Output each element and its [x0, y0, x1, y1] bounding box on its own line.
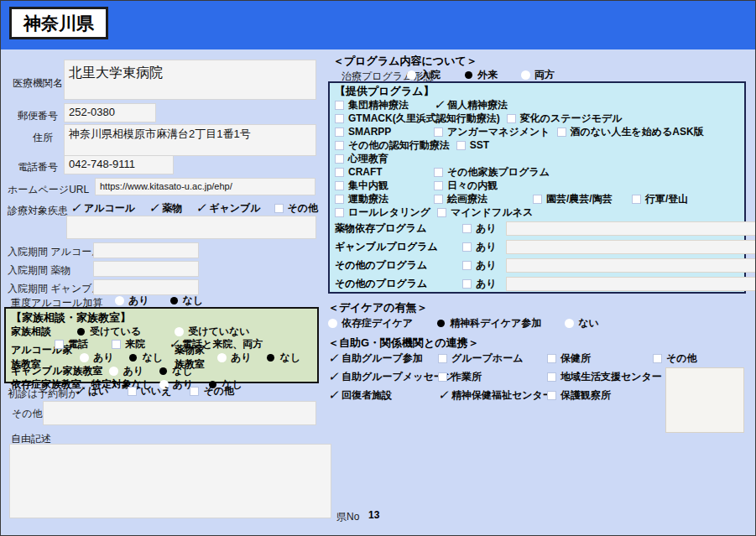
stay-alcohol-field[interactable]: [93, 242, 199, 258]
cooperation-checkbox[interactable]: その他: [653, 351, 748, 366]
checkbox-icon[interactable]: [190, 387, 199, 396]
cooperation-checkbox[interactable]: 地域生活支援センター: [547, 370, 653, 384]
radio-option[interactable]: なし: [159, 364, 193, 378]
checkbox-icon[interactable]: [335, 154, 344, 164]
checkbox-icon[interactable]: [328, 354, 337, 363]
cooperation-other-field[interactable]: [665, 367, 744, 433]
radio-option[interactable]: なし: [128, 351, 163, 365]
checkbox-icon[interactable]: [328, 372, 337, 382]
checkbox-icon[interactable]: [75, 387, 84, 396]
checkbox-icon[interactable]: [335, 127, 344, 137]
checkbox-icon[interactable]: [335, 168, 344, 177]
radio-option[interactable]: あり: [115, 294, 149, 308]
program-checkbox[interactable]: 絵画療法: [434, 192, 526, 206]
checkbox-icon[interactable]: [438, 391, 447, 400]
disease-checkbox[interactable]: その他: [274, 201, 319, 216]
checkbox-icon[interactable]: [462, 279, 472, 289]
cooperation-checkbox[interactable]: 自助グループ参加: [328, 351, 438, 366]
program-checkbox[interactable]: CRAFT: [335, 166, 427, 178]
checkbox-icon[interactable]: [438, 372, 447, 382]
cooperation-checkbox[interactable]: 自助グループメッセージ: [328, 370, 438, 384]
radio-option[interactable]: 入院: [407, 68, 441, 82]
radio-icon[interactable]: [465, 71, 472, 79]
ari-checkbox[interactable]: あり: [462, 221, 506, 236]
program-checkbox[interactable]: 行軍/登山: [632, 192, 724, 206]
radio-option[interactable]: 両方: [521, 68, 555, 82]
program-checkbox[interactable]: GTMACK(久里浜式認知行動療法): [335, 112, 500, 126]
checkbox-icon[interactable]: [70, 204, 80, 213]
radio-option[interactable]: あり: [109, 364, 143, 378]
radio-option[interactable]: なし: [266, 351, 300, 365]
program-checkbox[interactable]: 集団精神療法: [335, 98, 427, 112]
checkbox-icon[interactable]: [434, 181, 443, 190]
checkbox-icon[interactable]: [434, 127, 443, 137]
radio-icon[interactable]: [159, 367, 167, 374]
radio-option[interactable]: あり: [80, 351, 114, 365]
radio-icon[interactable]: [328, 319, 337, 328]
checkbox-icon[interactable]: [462, 261, 472, 270]
checkbox-icon[interactable]: [438, 354, 447, 363]
program-checkbox[interactable]: 個人精神療法: [434, 98, 526, 112]
checkbox-icon[interactable]: [196, 204, 205, 213]
cooperation-checkbox[interactable]: 回復者施設: [328, 388, 438, 403]
postal-field[interactable]: 252-0380: [64, 103, 156, 122]
checkbox-icon[interactable]: [328, 391, 337, 400]
program-checkbox[interactable]: SMARPP: [335, 126, 427, 138]
ari-checkbox[interactable]: あり: [462, 277, 506, 291]
cooperation-checkbox[interactable]: グループホーム: [438, 351, 547, 366]
program-checkbox[interactable]: その他の認知行動療法: [335, 138, 450, 153]
checkbox-icon[interactable]: [547, 354, 556, 363]
checkbox-icon[interactable]: [632, 195, 641, 204]
institution-field[interactable]: 北里大学東病院: [64, 60, 316, 100]
checkbox-icon[interactable]: [149, 204, 158, 213]
checkbox-icon[interactable]: [653, 354, 662, 363]
first-visit-checkbox[interactable]: いいえ: [128, 384, 172, 398]
cooperation-checkbox[interactable]: 作業所: [438, 370, 547, 384]
first-visit-checkbox[interactable]: はい: [75, 384, 109, 398]
checkbox-icon[interactable]: [335, 101, 344, 110]
disease-checkbox[interactable]: 薬物: [149, 201, 182, 216]
program-checkbox[interactable]: アンガーマネジメント: [434, 125, 550, 139]
checkbox-icon[interactable]: [462, 224, 472, 233]
checkbox-icon[interactable]: [274, 204, 284, 213]
radio-icon[interactable]: [267, 353, 274, 361]
checkbox-icon[interactable]: [462, 242, 472, 252]
checkbox-icon[interactable]: [335, 181, 344, 190]
disease-checkbox[interactable]: アルコール: [70, 201, 135, 216]
stay-drug-field[interactable]: [93, 261, 199, 277]
checkbox-icon[interactable]: [335, 141, 344, 150]
program-checkbox[interactable]: SST: [456, 139, 549, 151]
program-checkbox[interactable]: 酒のない人生を始めるASK版: [557, 125, 704, 139]
program-checkbox[interactable]: その他家族プログラム: [434, 165, 550, 180]
checkbox-icon[interactable]: [169, 340, 178, 349]
checkbox-icon[interactable]: [437, 208, 446, 217]
program-checkbox[interactable]: 日々の内観: [434, 179, 526, 193]
cooperation-checkbox[interactable]: 保護観察所: [547, 388, 653, 403]
address-field[interactable]: 神奈川県相模原市麻溝台2丁目1番1号: [64, 124, 316, 156]
radio-icon[interactable]: [407, 70, 416, 80]
cooperation-checkbox[interactable]: 精神保健福祉センター: [438, 388, 547, 403]
free-text-field[interactable]: [9, 444, 331, 518]
checkbox-icon[interactable]: [557, 127, 566, 137]
radio-option[interactable]: なし: [169, 294, 204, 308]
radio-icon[interactable]: [115, 296, 124, 305]
checkbox-icon[interactable]: [128, 387, 137, 396]
radio-option[interactable]: 依存症デイケア: [328, 316, 413, 330]
checkbox-icon[interactable]: [335, 195, 344, 204]
radio-icon[interactable]: [170, 297, 178, 304]
checkbox-icon[interactable]: [434, 168, 443, 177]
first-visit-checkbox[interactable]: その他: [190, 384, 234, 398]
program-checkbox[interactable]: 心理教育: [335, 152, 427, 166]
radio-option[interactable]: 外来: [464, 68, 498, 82]
program-checkbox[interactable]: 運動療法: [335, 192, 427, 206]
checkbox-icon[interactable]: [434, 101, 443, 110]
radio-icon[interactable]: [77, 328, 85, 336]
checkbox-icon[interactable]: [507, 114, 516, 123]
radio-icon[interactable]: [175, 327, 184, 336]
program-checkbox[interactable]: 園芸/農芸/陶芸: [533, 192, 625, 206]
program-checkbox[interactable]: マインドフルネス: [437, 206, 533, 220]
checkbox-icon[interactable]: [112, 340, 121, 349]
program-detail-field[interactable]: [506, 277, 756, 291]
radio-icon[interactable]: [521, 70, 530, 80]
program-detail-field[interactable]: [506, 258, 756, 273]
